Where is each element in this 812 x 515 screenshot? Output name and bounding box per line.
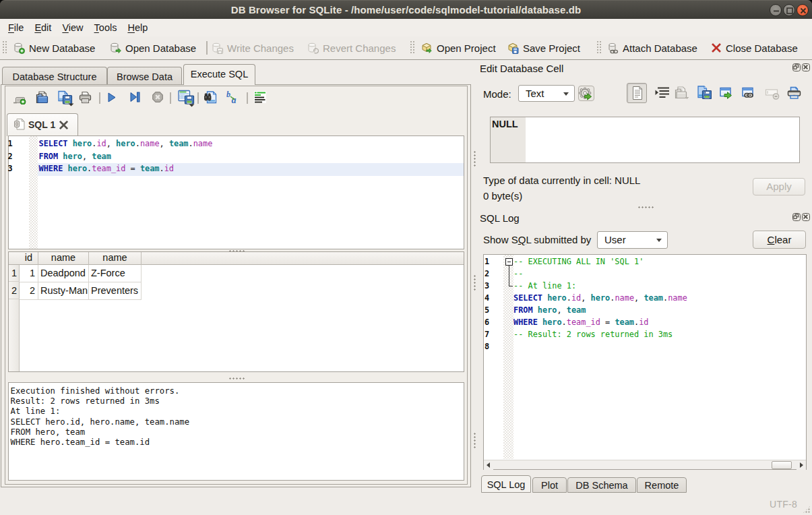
splitter-main-vertical[interactable]	[474, 275, 476, 291]
apply-button[interactable]: Apply	[753, 178, 805, 195]
sql-log-float-button[interactable]	[792, 213, 801, 221]
word-wrap-button[interactable]	[652, 83, 673, 103]
results-row-number[interactable]: 2	[9, 282, 20, 299]
clear-button[interactable]: Clear	[753, 231, 806, 249]
gear-refresh-icon	[579, 86, 594, 100]
toolbar-grip[interactable]	[3, 41, 8, 55]
scroll-left-button[interactable]	[484, 460, 493, 470]
close-dock-icon	[801, 63, 810, 71]
log-code: WHERE hero.team_id = team.id	[513, 317, 649, 327]
editor-line[interactable]: 2FROM hero, team	[9, 151, 464, 164]
splitter-results-message[interactable]	[229, 377, 245, 380]
results-column-header[interactable]: name	[38, 252, 89, 265]
log-line: 4SELECT hero.id, hero.name, team.name	[484, 293, 806, 305]
bottom-tab-plot[interactable]: Plot	[532, 477, 567, 493]
open-project-button[interactable]: Open Project	[421, 36, 496, 59]
print-sql-icon[interactable]	[79, 91, 92, 104]
toolbar-grip[interactable]	[410, 41, 416, 55]
tab-database-structure[interactable]: Database Structure	[2, 67, 107, 84]
main-toolbar: New Database Open Database Write Changes…	[0, 36, 812, 60]
copy-link-button[interactable]	[739, 83, 759, 103]
print-cell-button[interactable]	[784, 83, 805, 103]
results-header: idnamename	[9, 252, 464, 265]
format-sql-icon[interactable]	[254, 91, 266, 103]
write-changes-button[interactable]: Write Changes	[212, 36, 294, 59]
splitter-main-vertical[interactable]	[474, 151, 476, 167]
results-cell[interactable]: Preventers	[89, 282, 142, 300]
menu-help[interactable]: Help	[122, 19, 153, 36]
sql-editor[interactable]: 1SELECT hero.id, hero.name, team.name2FR…	[8, 135, 464, 249]
open-sql-new-tab-icon[interactable]	[13, 94, 26, 104]
import-data-button[interactable]	[672, 83, 692, 103]
maximize-button[interactable]	[783, 4, 795, 16]
svg-text:b: b	[226, 90, 230, 99]
results-cell[interactable]: 2	[20, 282, 38, 300]
splitter-main-vertical[interactable]	[474, 433, 476, 449]
editor-line[interactable]: 3WHERE hero.team_id = team.id	[9, 163, 464, 176]
execute-line-icon[interactable]	[130, 92, 140, 102]
minimize-button[interactable]	[770, 4, 782, 16]
log-code: SELECT hero.id, hero.name, team.name	[513, 293, 687, 303]
show-sql-label: Show SQL submitted by	[483, 234, 591, 245]
toolbar-grip[interactable]	[597, 41, 602, 55]
editor-line[interactable]: 1SELECT hero.id, hero.name, team.name	[9, 138, 464, 151]
menu-edit[interactable]: Edit	[29, 19, 57, 36]
menu-file[interactable]: File	[3, 19, 29, 36]
bottom-tab-sql-log[interactable]: SQL Log	[481, 475, 531, 493]
resize-grip[interactable]	[803, 506, 811, 514]
tab-browse-data[interactable]: Browse Data	[107, 67, 182, 84]
results-row-number[interactable]: 1	[9, 265, 20, 282]
scrollbar-thumb[interactable]	[772, 461, 792, 469]
attach-database-label: Attach Database	[623, 42, 697, 54]
edit-cell-close-button[interactable]	[802, 63, 810, 71]
sql1-tab-close-icon[interactable]	[59, 120, 69, 130]
save-project-button[interactable]: Save Project	[507, 36, 580, 59]
execute-all-icon[interactable]	[108, 92, 116, 102]
printer-icon	[787, 86, 801, 100]
show-sql-combobox[interactable]: User	[597, 231, 668, 249]
results-column-header[interactable]: name	[89, 252, 142, 265]
results-cell[interactable]: Rusty-Man	[38, 282, 89, 300]
new-database-button[interactable]: New Database	[13, 36, 95, 59]
bottom-tab-db-schema[interactable]: DB Schema	[567, 477, 636, 493]
fold-marker[interactable]	[505, 258, 513, 266]
cell-size-text: 0 byte(s)	[483, 190, 522, 202]
log-horizontal-scrollbar[interactable]	[484, 460, 806, 469]
export-data-button[interactable]	[694, 83, 714, 103]
menu-view[interactable]: View	[57, 19, 88, 36]
save-sql-file-icon[interactable]	[57, 90, 75, 107]
results-column-header[interactable]: id	[20, 252, 38, 265]
edit-cell-float-button[interactable]	[792, 63, 801, 71]
set-null-button[interactable]	[762, 83, 782, 103]
bottom-tab-remote[interactable]: Remote	[637, 477, 687, 493]
menu-tools[interactable]: Tools	[89, 19, 123, 36]
cell-value-editor[interactable]: NULL	[490, 117, 800, 163]
text-mode-button[interactable]	[627, 83, 647, 103]
save-results-icon[interactable]	[178, 90, 196, 107]
results-cell[interactable]: Z-Force	[89, 265, 142, 282]
results-table[interactable]: idnamename 12 1DeadpondZ-Force2Rusty-Man…	[8, 251, 464, 372]
open-external-button[interactable]	[716, 83, 737, 103]
execution-message-box[interactable]: Execution finished without errors. Resul…	[8, 382, 464, 481]
sql1-tab[interactable]: SQL 1	[7, 113, 78, 136]
autocomplete-icon[interactable]: b a	[226, 90, 240, 104]
close-database-button[interactable]: Close Database	[711, 36, 798, 59]
stop-icon[interactable]	[152, 92, 163, 102]
mode-combobox[interactable]: Text	[518, 85, 575, 102]
close-button[interactable]	[797, 4, 809, 16]
splitter-editcell-sqllog[interactable]	[638, 206, 654, 209]
log-line: 5FROM hero, team	[484, 305, 806, 317]
results-cell[interactable]: 1	[20, 265, 38, 282]
tab-execute-sql[interactable]: Execute SQL	[183, 64, 255, 85]
apply-settings-button[interactable]	[578, 86, 594, 101]
open-database-button[interactable]: Open Database	[110, 36, 196, 59]
sql-log-close-button[interactable]	[802, 213, 810, 221]
find-replace-icon[interactable]	[204, 91, 217, 104]
attach-database-button[interactable]: Attach Database	[607, 36, 697, 59]
revert-changes-button[interactable]: Revert Changes	[307, 36, 396, 59]
results-cell[interactable]: Deadpond	[38, 265, 89, 282]
open-project-icon	[421, 42, 433, 54]
sql-log-view[interactable]: 1-- EXECUTING ALL IN 'SQL 1'2--3-- At li…	[483, 254, 807, 470]
scroll-right-button[interactable]	[797, 460, 806, 470]
open-sql-file-icon[interactable]	[35, 90, 51, 104]
